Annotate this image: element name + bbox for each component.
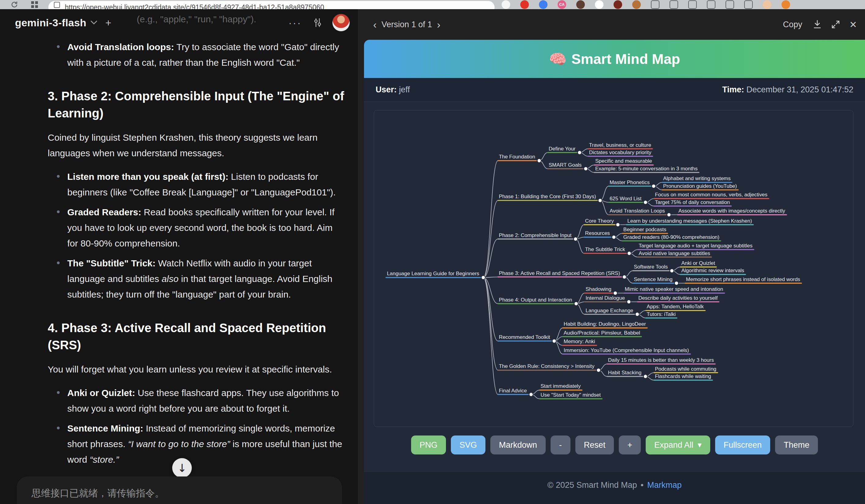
mindmap-svg[interactable]: Travel, business, or cultureDictates voc… bbox=[374, 110, 853, 427]
mindmap-body: Travel, business, or cultureDictates voc… bbox=[364, 102, 865, 472]
svg-text:Shadowing: Shadowing bbox=[586, 286, 611, 292]
svg-text:Phase 3: Active Recall and Spa: Phase 3: Active Recall and Spaced Repeti… bbox=[499, 270, 620, 276]
message-input[interactable]: 思维接口已就绪，请传输指令。 bbox=[17, 477, 342, 504]
svg-text:Flashcards while waiting: Flashcards while waiting bbox=[655, 373, 711, 379]
favicon[interactable] bbox=[651, 0, 659, 9]
copy-button[interactable]: Copy bbox=[783, 20, 802, 30]
chevron-down-icon: ▼ bbox=[698, 442, 702, 448]
address-url: https://open-webui.liyangt2cdidata.site/… bbox=[65, 3, 324, 10]
close-icon[interactable]: ✕ bbox=[850, 19, 857, 30]
doc-bullet: Avoid Translation loops: Try to associat… bbox=[48, 39, 345, 70]
mindmap-title: Smart Mind Map bbox=[572, 51, 680, 67]
mm-button-reset[interactable]: Reset bbox=[575, 435, 614, 455]
svg-text:Recommended Toolkit: Recommended Toolkit bbox=[499, 334, 550, 340]
artifact-toolbar: ‹ Version 1 of 1 › Copy ✕ bbox=[358, 9, 865, 40]
fullscreen-icon[interactable] bbox=[831, 20, 840, 29]
apps-grid-icon[interactable] bbox=[31, 1, 38, 9]
svg-text:Final Advice: Final Advice bbox=[499, 388, 527, 394]
svg-text:Audio/Practical: Pimsleur, Bab: Audio/Practical: Pimsleur, Babbel bbox=[564, 330, 640, 336]
address-bar[interactable]: https://open-webui.liyangt2cdidata.site/… bbox=[48, 1, 495, 9]
favicon[interactable] bbox=[744, 0, 753, 9]
mm-button--[interactable]: - bbox=[551, 435, 570, 455]
mm-button-markdown[interactable]: Markdown bbox=[490, 435, 546, 455]
svg-text:Specific and measurable: Specific and measurable bbox=[595, 158, 652, 164]
mm-button-theme[interactable]: Theme bbox=[775, 435, 818, 455]
doc-paragraph: You will forget what you learn unless yo… bbox=[48, 362, 345, 377]
favicon[interactable] bbox=[595, 0, 603, 9]
svg-text:The Golden Rule: Consistency >: The Golden Rule: Consistency > Intensity bbox=[499, 363, 595, 369]
artifact-panel: ‹ Version 1 of 1 › Copy ✕ 🧠 Smart Mind M… bbox=[358, 9, 865, 504]
new-chat-button[interactable]: + bbox=[105, 17, 111, 29]
mm-button-svg[interactable]: SVG bbox=[451, 435, 485, 455]
svg-text:Target 75% of daily conversati: Target 75% of daily conversation bbox=[655, 199, 730, 205]
reload-icon[interactable] bbox=[10, 1, 18, 9]
bullet-icon bbox=[57, 45, 60, 48]
svg-text:Language Exchange: Language Exchange bbox=[586, 308, 633, 314]
svg-text:Apps: Tandem, HelloTalk: Apps: Tandem, HelloTalk bbox=[647, 304, 704, 309]
download-icon[interactable] bbox=[813, 20, 822, 30]
svg-text:Target language audio + target: Target language audio + target language … bbox=[639, 243, 752, 249]
svg-text:Use "Start Today" mindset: Use "Start Today" mindset bbox=[541, 392, 601, 398]
svg-text:Tutors: iTalki: Tutors: iTalki bbox=[647, 311, 676, 317]
extensions-row: CA bbox=[501, 0, 790, 9]
svg-text:The Foundation: The Foundation bbox=[499, 154, 535, 160]
site-info-icon[interactable] bbox=[54, 2, 60, 8]
time-value: December 31, 2025 01:47:52 bbox=[746, 85, 853, 94]
svg-text:Podcasts while commuting: Podcasts while commuting bbox=[655, 366, 716, 372]
mm-button-fullscreen[interactable]: Fullscreen bbox=[715, 435, 771, 455]
controls-icon[interactable] bbox=[312, 17, 323, 28]
chevron-down-icon[interactable] bbox=[91, 21, 97, 25]
mm-button--[interactable]: + bbox=[619, 435, 641, 455]
scroll-to-bottom-button[interactable]: ↓ bbox=[172, 458, 192, 478]
mindmap-canvas[interactable]: Travel, business, or cultureDictates voc… bbox=[374, 110, 853, 427]
svg-text:Beginner podcasts: Beginner podcasts bbox=[623, 227, 667, 232]
svg-text:Immersion: YouTube (Comprehens: Immersion: YouTube (Comprehensible Input… bbox=[564, 348, 689, 353]
favicon[interactable] bbox=[782, 0, 790, 9]
svg-text:Pronunciation guides (YouTube): Pronunciation guides (YouTube) bbox=[663, 183, 737, 189]
arrow-down-icon: ↓ bbox=[177, 462, 187, 474]
mindmap-header: 🧠 Smart Mind Map bbox=[364, 40, 865, 78]
user-label: User: bbox=[376, 85, 397, 94]
favicon[interactable] bbox=[501, 0, 510, 9]
favicon[interactable] bbox=[763, 0, 771, 9]
mm-button-expand-all[interactable]: Expand All▼ bbox=[646, 435, 710, 455]
svg-text:The Subtitle Trick: The Subtitle Trick bbox=[585, 246, 625, 252]
favicon[interactable] bbox=[707, 0, 715, 9]
svg-text:Associate words with images/co: Associate words with images/concepts dir… bbox=[678, 208, 785, 214]
time-info: Time: December 31, 2025 01:47:52 bbox=[722, 85, 853, 94]
user-info: User: jeff bbox=[376, 85, 410, 94]
footer-separator: • bbox=[641, 480, 644, 490]
svg-text:Anki or Quizlet: Anki or Quizlet bbox=[681, 260, 715, 266]
next-version-button[interactable]: › bbox=[432, 19, 445, 31]
favicon[interactable]: CA bbox=[557, 0, 566, 9]
favicon[interactable] bbox=[614, 0, 622, 9]
doc-bullet: Graded Readers: Read books specifically … bbox=[48, 204, 345, 251]
previous-version-button[interactable]: ‹ bbox=[368, 19, 381, 31]
favicon[interactable] bbox=[688, 0, 697, 9]
favicon[interactable] bbox=[670, 0, 678, 9]
mindmap-footer: © 2025 Smart Mind Map • Markmap bbox=[364, 472, 865, 504]
svg-text:Software Tools: Software Tools bbox=[634, 264, 668, 270]
markmap-link[interactable]: Markmap bbox=[647, 480, 682, 490]
favicon[interactable] bbox=[520, 0, 529, 9]
model-selector[interactable]: gemini-3-flash bbox=[15, 17, 86, 29]
favicon[interactable] bbox=[576, 0, 585, 9]
favicon[interactable] bbox=[632, 0, 641, 9]
svg-text:Travel, business, or culture: Travel, business, or culture bbox=[589, 142, 651, 148]
svg-text:Alphabet and writing systems: Alphabet and writing systems bbox=[663, 176, 731, 181]
footer-copyright: © 2025 Smart Mind Map bbox=[547, 480, 637, 490]
bullet-icon bbox=[57, 261, 60, 264]
svg-text:Describe daily activities to y: Describe daily activities to yourself bbox=[638, 295, 718, 301]
svg-text:Define Your: Define Your bbox=[549, 146, 576, 152]
more-options-button[interactable]: ··· bbox=[288, 17, 302, 29]
svg-text:Internal Dialogue: Internal Dialogue bbox=[586, 295, 625, 301]
mm-button-png[interactable]: PNG bbox=[411, 435, 446, 455]
svg-text:Avoid native language subtitle: Avoid native language subtitles bbox=[639, 250, 710, 256]
avatar[interactable] bbox=[332, 14, 350, 32]
input-placeholder: 思维接口已就绪，请传输指令。 bbox=[32, 488, 164, 499]
doc-heading: 4. Phase 3: Active Recall and Spaced Rep… bbox=[48, 319, 345, 353]
svg-text:Habit Building: Duolingo, Ling: Habit Building: Duolingo, LingoDeer bbox=[564, 321, 646, 327]
svg-text:Avoid Translation Loops: Avoid Translation Loops bbox=[610, 208, 665, 214]
favicon[interactable] bbox=[539, 0, 547, 9]
favicon[interactable] bbox=[726, 0, 734, 9]
